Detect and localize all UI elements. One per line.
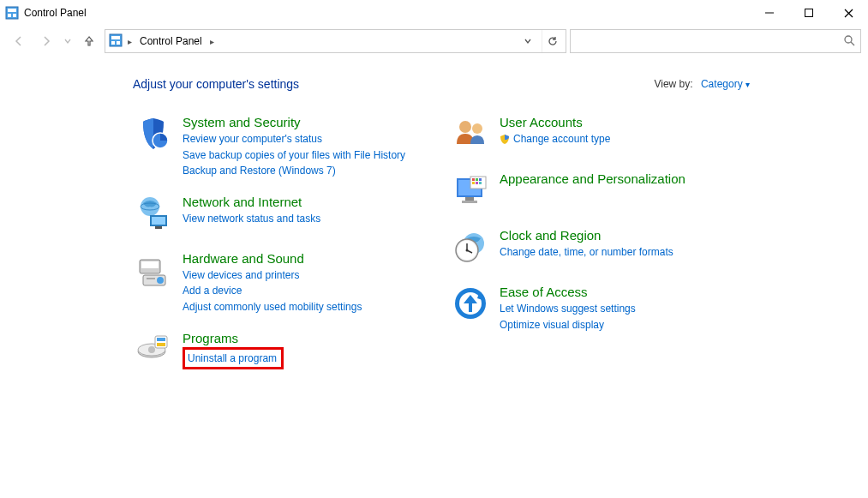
svg-rect-30 (157, 343, 165, 346)
link-date-time-formats[interactable]: Change date, time, or number formats (500, 244, 673, 261)
category-ease-of-access: Ease of Access Let Windows suggest setti… (450, 285, 733, 333)
search-icon[interactable] (843, 34, 855, 49)
category-clock-region: Clock and Region Change date, time, or n… (450, 228, 733, 269)
svg-point-31 (459, 121, 471, 133)
category-column-right: User Accounts Change account type Appear… (450, 115, 733, 387)
link-add-device[interactable]: Add a device (183, 283, 362, 299)
network-icon[interactable] (133, 195, 174, 236)
view-by-value[interactable]: Category ▾ (701, 78, 750, 90)
search-box[interactable] (570, 29, 861, 53)
svg-rect-9 (111, 36, 120, 39)
uac-shield-icon (500, 133, 510, 149)
link-mobility-settings[interactable]: Adjust commonly used mobility settings (183, 299, 362, 315)
svg-rect-11 (117, 41, 120, 45)
user-accounts-icon[interactable] (450, 115, 491, 156)
svg-rect-43 (462, 201, 477, 203)
category-user-accounts: User Accounts Change account type (450, 115, 733, 156)
ease-of-access-icon[interactable] (450, 285, 491, 326)
category-title[interactable]: Clock and Region (500, 228, 673, 243)
search-input[interactable] (576, 34, 843, 48)
svg-rect-38 (479, 178, 482, 181)
category-title[interactable]: Network and Internet (183, 195, 320, 209)
svg-point-32 (472, 123, 482, 134)
address-history-button[interactable] (518, 30, 538, 52)
link-devices-printers[interactable]: View devices and printers (183, 267, 362, 284)
category-title[interactable]: Programs (183, 331, 284, 345)
svg-point-27 (148, 346, 155, 353)
control-panel-app-icon (5, 6, 19, 20)
refresh-button[interactable] (542, 30, 562, 52)
window-title: Control Panel (24, 7, 87, 19)
category-system-security: System and Security Review your computer… (133, 115, 416, 179)
breadcrumb-separator-icon[interactable]: ▸ (208, 37, 216, 46)
svg-rect-10 (111, 41, 115, 45)
content-area: Adjust your computer's settings View by:… (0, 57, 868, 387)
svg-rect-37 (476, 178, 478, 181)
svg-rect-21 (141, 261, 159, 268)
back-button[interactable] (7, 29, 31, 53)
svg-rect-2 (8, 14, 11, 17)
svg-rect-40 (476, 182, 478, 184)
navigation-bar: ▸ Control Panel ▸ (0, 26, 868, 57)
link-change-account-type[interactable]: Change account type (500, 131, 610, 149)
page-heading: Adjust your computer's settings (133, 77, 299, 91)
appearance-icon[interactable] (450, 171, 491, 213)
link-backup-restore[interactable]: Backup and Restore (Windows 7) (183, 163, 405, 179)
view-by-label: View by: (654, 78, 692, 90)
svg-rect-42 (465, 197, 474, 201)
svg-point-12 (845, 36, 852, 43)
highlight-annotation: Uninstall a program (183, 347, 284, 370)
svg-rect-24 (147, 278, 155, 279)
svg-rect-19 (155, 226, 162, 229)
link-suggest-settings[interactable]: Let Windows suggest settings (500, 301, 636, 317)
svg-rect-3 (13, 14, 16, 17)
control-panel-crumb-icon (109, 33, 123, 50)
link-file-history[interactable]: Save backup copies of your files with Fi… (183, 147, 405, 164)
breadcrumb-root[interactable]: Control Panel (137, 35, 205, 47)
svg-rect-36 (472, 178, 475, 181)
titlebar: Control Panel (0, 0, 868, 26)
category-column-left: System and Security Review your computer… (133, 115, 416, 387)
svg-point-23 (157, 277, 164, 284)
svg-rect-18 (152, 217, 165, 225)
address-bar[interactable]: ▸ Control Panel ▸ (105, 29, 566, 53)
link-uninstall-program[interactable]: Uninstall a program (188, 352, 277, 364)
category-appearance: Appearance and Personalization (450, 171, 733, 213)
category-hardware: Hardware and Sound View devices and prin… (133, 251, 416, 315)
chevron-down-icon: ▾ (745, 80, 750, 89)
system-security-icon[interactable] (133, 115, 174, 156)
category-programs: Programs Uninstall a program (133, 331, 416, 372)
svg-rect-29 (157, 338, 165, 341)
svg-rect-41 (479, 182, 482, 184)
svg-rect-1 (8, 9, 16, 12)
hardware-icon[interactable] (133, 251, 174, 292)
close-button[interactable] (829, 0, 868, 26)
category-title[interactable]: User Accounts (500, 115, 610, 129)
view-by-control[interactable]: View by: Category ▾ (654, 78, 750, 90)
breadcrumb-separator-icon[interactable]: ▸ (126, 37, 134, 46)
category-title[interactable]: Appearance and Personalization (500, 171, 685, 186)
up-button[interactable] (77, 29, 101, 53)
link-review-status[interactable]: Review your computer's status (183, 131, 405, 147)
link-network-status[interactable]: View network status and tasks (183, 211, 320, 227)
category-title[interactable]: Ease of Access (500, 285, 636, 299)
svg-line-13 (851, 42, 854, 45)
category-network: Network and Internet View network status… (133, 195, 416, 236)
link-optimize-display[interactable]: Optimize visual display (500, 317, 636, 333)
maximize-button[interactable] (789, 0, 829, 26)
minimize-button[interactable] (750, 0, 789, 26)
recent-locations-button[interactable] (62, 29, 74, 53)
svg-rect-39 (472, 182, 475, 184)
category-title[interactable]: System and Security (183, 115, 405, 129)
svg-point-49 (466, 249, 469, 252)
clock-icon[interactable] (450, 228, 491, 269)
svg-rect-5 (805, 9, 813, 17)
category-title[interactable]: Hardware and Sound (183, 251, 362, 266)
programs-icon[interactable] (133, 331, 174, 372)
forward-button[interactable] (34, 29, 58, 53)
